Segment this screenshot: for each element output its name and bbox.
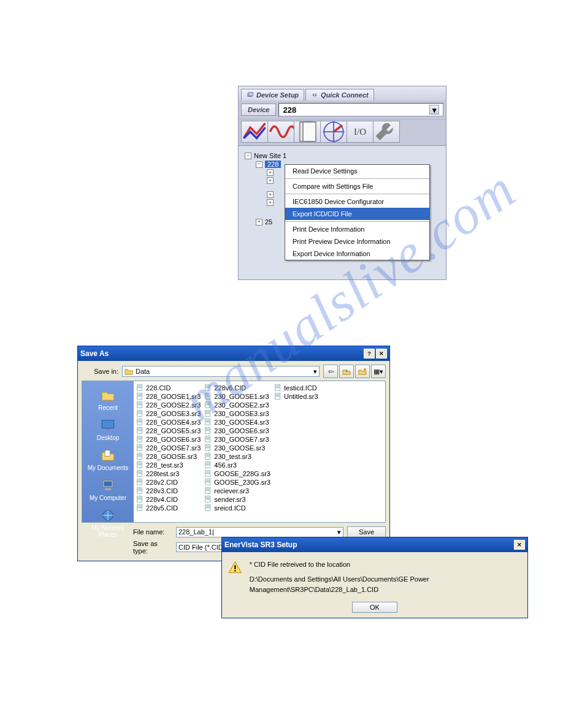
toolbtn-chart[interactable] — [241, 121, 268, 143]
toolbtn-radar[interactable] — [320, 121, 347, 143]
tab-device-setup[interactable]: Device Setup — [241, 89, 304, 100]
recent-icon — [100, 387, 116, 403]
svg-rect-95 — [206, 422, 210, 423]
nav-views-button[interactable]: ▦▾ — [371, 365, 386, 378]
mi-iec[interactable]: IEC61850 Device Configurator — [285, 195, 429, 208]
file-item[interactable]: 228_GOOSE4.sr3 — [136, 418, 201, 426]
svg-rect-130 — [206, 498, 210, 499]
svg-rect-69 — [137, 497, 142, 498]
file-item[interactable]: Untitled.sr3 — [274, 392, 318, 400]
nav-back-button[interactable]: ⇦ — [323, 365, 338, 378]
place-recent[interactable]: Recent — [98, 385, 118, 414]
file-item[interactable]: 228_GOOSE1.sr3 — [136, 392, 201, 400]
nav-newfolder-button[interactable] — [355, 365, 370, 378]
file-item[interactable]: 456.sr3 — [204, 461, 270, 469]
svg-rect-137 — [275, 385, 280, 386]
places-bar: Recent Desktop My Documents My Computer … — [82, 381, 134, 522]
expand-icon[interactable]: + — [267, 169, 274, 176]
close-button[interactable]: ✕ — [376, 349, 387, 358]
file-item[interactable]: 228_test.sr3 — [136, 461, 201, 469]
file-item[interactable]: 228_GOOSE.sr3 — [136, 452, 201, 460]
save-button[interactable]: Save — [347, 526, 386, 537]
svg-rect-118 — [206, 472, 210, 473]
expand-icon[interactable]: + — [267, 177, 274, 184]
mi-compare[interactable]: Compare with Settings File — [285, 180, 429, 192]
svg-rect-35 — [137, 422, 142, 423]
expand-icon[interactable]: + — [256, 219, 262, 226]
expand-icon[interactable]: + — [267, 191, 274, 198]
file-item[interactable]: GOOSE_228G.sr3 — [204, 469, 270, 477]
file-item[interactable]: 230_test.sr3 — [204, 452, 270, 460]
file-item[interactable]: 230_GOOSE7.sr3 — [204, 435, 270, 443]
toolbtn-wave[interactable] — [267, 121, 294, 143]
file-item[interactable]: 228v6.CID — [204, 384, 270, 392]
file-item[interactable]: 230_GOOSE1.sr3 — [204, 392, 270, 400]
file-item[interactable]: GOOSE_230G.sr3 — [204, 478, 270, 486]
svg-rect-123 — [206, 482, 210, 483]
file-item[interactable]: 230_GOOSE2.sr3 — [204, 401, 270, 409]
file-item[interactable]: sreicd.ICD — [204, 504, 270, 512]
file-item[interactable]: 230_GOOSE.sr3 — [204, 444, 270, 452]
file-icon — [136, 495, 144, 503]
collapse-icon[interactable]: − — [256, 161, 262, 168]
mi-export-icd[interactable]: Export ICD/CID File — [285, 208, 429, 220]
mi-read[interactable]: Read Device Settings — [285, 165, 429, 177]
file-item[interactable]: 228v4.CID — [136, 495, 201, 503]
file-item[interactable]: 228v5.CID — [136, 504, 201, 512]
place-desktop[interactable]: Desktop — [97, 415, 120, 444]
nav-up-button[interactable] — [339, 365, 354, 378]
toolbtn-io[interactable]: I/O — [347, 121, 373, 143]
mi-print[interactable]: Print Device Information — [285, 223, 429, 235]
mi-preview[interactable]: Print Preview Device Information — [285, 235, 429, 248]
chevron-down-icon[interactable]: ▾ — [429, 105, 439, 115]
file-item[interactable]: 228_GOOSE3.sr3 — [136, 409, 201, 417]
svg-rect-78 — [206, 387, 210, 387]
expand-icon[interactable]: + — [267, 199, 274, 206]
toolbtn-wrench[interactable] — [373, 121, 400, 143]
file-item[interactable]: 228_GOOSE5.sr3 — [136, 427, 201, 434]
file-item[interactable]: reciever.sr3 — [204, 487, 270, 495]
device-selector[interactable]: 228 ▾ — [278, 103, 443, 116]
file-item[interactable]: 228_GOOSE6.sr3 — [136, 435, 201, 443]
chevron-down-icon[interactable]: ▾ — [313, 368, 317, 376]
file-item[interactable]: sender.sr3 — [204, 495, 270, 503]
file-item[interactable]: 228.CID — [136, 384, 201, 392]
mi-export-dev[interactable]: Export Device Information — [285, 248, 429, 260]
svg-rect-38 — [137, 430, 142, 430]
savein-value: Data — [136, 368, 311, 375]
file-item[interactable]: 230_GOOSE6.sr3 — [204, 427, 270, 434]
doc-icon — [294, 119, 320, 145]
place-computer[interactable]: My Computer — [90, 475, 126, 504]
device-icon — [247, 91, 254, 99]
file-icon — [204, 384, 212, 392]
file-list[interactable]: 228.CID228_GOOSE1.sr3228_GOOSE2.sr3228_G… — [134, 381, 385, 522]
toolbtn-doc[interactable] — [294, 121, 321, 143]
svg-rect-89 — [206, 411, 210, 412]
place-documents[interactable]: My Documents — [88, 445, 129, 474]
svg-rect-74 — [137, 507, 142, 507]
file-icon — [136, 401, 144, 409]
svg-rect-42 — [137, 438, 142, 439]
place-network[interactable]: My Network Places — [83, 505, 132, 540]
file-item[interactable]: 230_GOOSE3.sr3 — [204, 409, 270, 417]
tab-quick-connect[interactable]: Quick Connect — [305, 89, 374, 100]
close-button[interactable]: ✕ — [514, 540, 525, 550]
file-item[interactable]: 228v2.CID — [136, 478, 201, 486]
file-item[interactable]: 228v3.CID — [136, 487, 201, 495]
file-item[interactable]: testicd.ICD — [274, 384, 318, 392]
menu-separator — [285, 178, 429, 179]
svg-rect-110 — [206, 455, 210, 456]
filename-input[interactable]: 228_Lab_1| ▾ — [176, 527, 343, 537]
savein-selector[interactable]: Data ▾ — [122, 366, 320, 377]
tree-root[interactable]: − New Site 1 — [245, 152, 442, 159]
file-item[interactable]: 228test.sr3 — [136, 469, 201, 477]
file-item[interactable]: 228_GOOSE2.sr3 — [136, 401, 201, 409]
svg-rect-57 — [137, 471, 142, 472]
file-icon — [204, 469, 212, 477]
collapse-icon[interactable]: − — [245, 153, 251, 159]
chevron-down-icon[interactable]: ▾ — [337, 528, 341, 536]
ok-button[interactable]: OK — [352, 602, 397, 613]
file-item[interactable]: 228_GOOSE7.sr3 — [136, 444, 201, 452]
file-item[interactable]: 230_GOOSE4.sr3 — [204, 418, 270, 426]
help-button[interactable]: ? — [364, 349, 375, 358]
